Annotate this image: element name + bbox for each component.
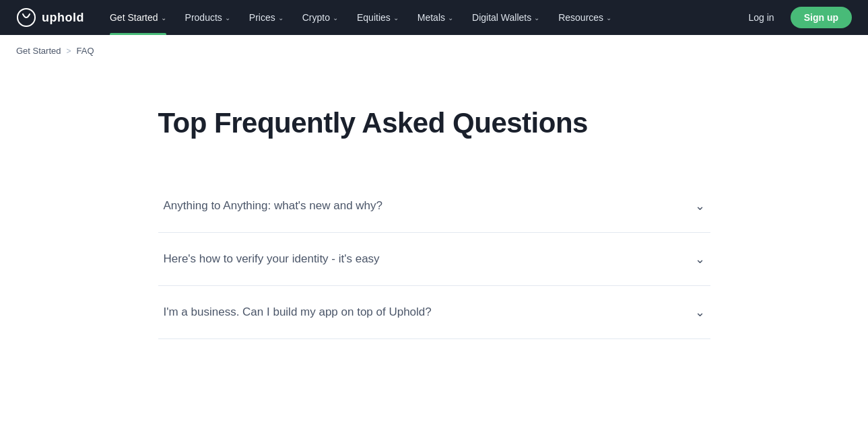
chevron-down-icon: ⌄ <box>393 14 399 22</box>
faq-question-2: Here's how to verify your identity - it'… <box>164 252 380 266</box>
chevron-down-icon: ⌄ <box>278 14 283 22</box>
chevron-down-icon: ⌄ <box>161 14 166 22</box>
nav-auth: Log in Sign up <box>741 7 852 28</box>
breadcrumb-separator: > <box>66 46 71 56</box>
breadcrumb: Get Started > FAQ <box>0 35 868 67</box>
nav-item-prices[interactable]: Prices ⌄ <box>240 0 293 35</box>
breadcrumb-parent[interactable]: Get Started <box>16 46 61 56</box>
page-title: Top Frequently Asked Questions <box>158 107 710 139</box>
chevron-down-icon: ⌄ <box>333 14 338 22</box>
nav-item-products[interactable]: Products ⌄ <box>176 0 240 35</box>
faq-chevron-icon-1: ⌄ <box>695 199 705 213</box>
breadcrumb-current: FAQ <box>77 46 94 56</box>
logo-icon <box>16 7 36 28</box>
nav-item-equities[interactable]: Equities ⌄ <box>347 0 408 35</box>
faq-item-2[interactable]: Here's how to verify your identity - it'… <box>158 233 710 286</box>
nav-item-metals[interactable]: Metals ⌄ <box>408 0 463 35</box>
faq-list: Anything to Anything: what's new and why… <box>158 180 710 339</box>
chevron-down-icon: ⌄ <box>448 14 453 22</box>
nav-links: Get Started ⌄ Products ⌄ Prices ⌄ Crypto… <box>100 0 741 35</box>
chevron-down-icon: ⌄ <box>606 14 611 22</box>
navbar: uphold Get Started ⌄ Products ⌄ Prices ⌄… <box>0 0 868 35</box>
faq-chevron-icon-2: ⌄ <box>695 252 705 266</box>
chevron-down-icon: ⌄ <box>534 14 539 22</box>
nav-item-crypto[interactable]: Crypto ⌄ <box>293 0 347 35</box>
login-button[interactable]: Log in <box>741 8 782 27</box>
faq-chevron-icon-3: ⌄ <box>695 305 705 320</box>
logo-text: uphold <box>42 11 84 25</box>
faq-question-1: Anything to Anything: what's new and why… <box>164 199 383 213</box>
chevron-down-icon: ⌄ <box>225 14 230 22</box>
main-content: Top Frequently Asked Questions Anything … <box>131 67 737 366</box>
nav-item-resources[interactable]: Resources ⌄ <box>549 0 621 35</box>
faq-item-3[interactable]: I'm a business. Can I build my app on to… <box>158 286 710 339</box>
nav-item-get-started[interactable]: Get Started ⌄ <box>100 0 176 35</box>
faq-question-3: I'm a business. Can I build my app on to… <box>164 306 432 319</box>
nav-item-digital-wallets[interactable]: Digital Wallets ⌄ <box>463 0 549 35</box>
logo-link[interactable]: uphold <box>16 7 84 28</box>
faq-item-1[interactable]: Anything to Anything: what's new and why… <box>158 180 710 233</box>
signup-button[interactable]: Sign up <box>791 7 852 28</box>
